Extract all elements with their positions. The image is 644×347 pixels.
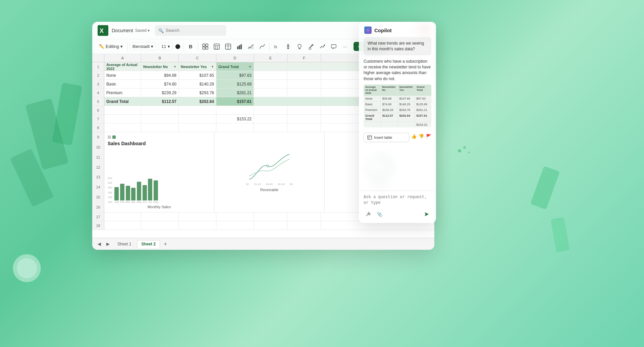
sheet-tab-2[interactable]: Sheet 2 [137, 240, 160, 248]
editing-mode-button[interactable]: ✏️ Editing ▾ [96, 43, 125, 50]
cell-c1[interactable]: Newsletter Yes ▼ [179, 62, 216, 71]
cell-c6[interactable] [179, 106, 216, 114]
font-color-picker[interactable] [175, 44, 180, 49]
cell-e7[interactable] [254, 115, 287, 123]
cell-b6[interactable] [141, 106, 179, 114]
cell-a6[interactable] [104, 106, 141, 114]
paint-button[interactable] [306, 42, 316, 52]
cell-e6[interactable] [254, 106, 287, 114]
cell-a18[interactable] [104, 221, 141, 230]
cell-c5[interactable]: $202.64 [179, 97, 216, 106]
cell-c7[interactable] [179, 115, 216, 123]
svg-rect-12 [203, 44, 205, 46]
svg-point-3 [13, 254, 41, 282]
table-icon-button[interactable] [212, 42, 222, 52]
ai-message-text: Customers who have a subscription or rec… [364, 59, 431, 82]
attachment-button[interactable]: 📎 [375, 210, 384, 219]
cell-f6[interactable] [287, 106, 321, 114]
cell-a2[interactable]: None [104, 71, 141, 79]
insert-table-button[interactable]: Insert table [364, 133, 409, 142]
cell-a5[interactable]: Grand Total [104, 97, 141, 106]
chevron-down-icon: ▾ [151, 44, 153, 49]
cell-c8[interactable] [179, 123, 216, 132]
cell-c4[interactable]: $293.78 [179, 89, 216, 97]
thumbs-down-button[interactable]: 👎 [419, 134, 424, 139]
cell-b1[interactable]: Newsletter No ▼ [141, 62, 179, 71]
font-selector[interactable]: Bierstadt ▾ [130, 43, 156, 50]
bold-button[interactable]: B [186, 42, 196, 52]
cell-a17[interactable] [104, 213, 141, 221]
cell-e3[interactable] [254, 80, 287, 88]
cell-b4[interactable]: $239.29 [141, 89, 179, 97]
fx-button[interactable]: fx [272, 42, 282, 52]
trend-button[interactable] [317, 42, 327, 52]
copilot-title: Copilot [374, 27, 392, 33]
cell-f1[interactable] [287, 62, 321, 71]
cell-f8[interactable] [287, 123, 321, 132]
cell-b3[interactable]: $74.60 [141, 80, 179, 88]
cell-d4[interactable]: $281.21 [216, 89, 254, 97]
sparkline-icon-button[interactable] [257, 42, 267, 52]
pivot-icon-button[interactable] [223, 42, 233, 52]
search-input[interactable] [155, 25, 226, 36]
cell-b2[interactable]: $94.68 [141, 71, 179, 79]
cell-a7[interactable] [104, 115, 141, 123]
bar [137, 182, 141, 200]
cell-e5[interactable] [254, 97, 287, 106]
cell-b8[interactable] [141, 123, 179, 132]
lightbulb-button[interactable] [294, 42, 305, 52]
grid-icon-button[interactable] [200, 42, 210, 52]
flag-button[interactable]: 🚩 [426, 134, 431, 139]
cell-d3[interactable]: $125.69 [216, 80, 254, 88]
add-sheet-button[interactable]: + [161, 240, 169, 248]
cell-e4[interactable] [254, 89, 287, 97]
ribbon-separator-2 [183, 43, 184, 51]
sheet-tab-1[interactable]: Sheet 1 [113, 240, 136, 248]
dropdown-arrow-icon: ▼ [249, 65, 252, 68]
sales-dashboard-title: Sales Dashboard [108, 141, 211, 146]
cell-a4[interactable]: Premium [104, 89, 141, 97]
accessibility-button[interactable] [283, 42, 293, 52]
send-button[interactable] [422, 210, 431, 219]
saved-badge[interactable]: Saved ▾ [135, 28, 150, 33]
cell-e8[interactable] [254, 123, 287, 132]
cell-f7[interactable] [287, 115, 321, 123]
cell-b7[interactable] [141, 115, 179, 123]
cell-d1[interactable]: Grand Total ▼ [216, 62, 254, 71]
cell-a1[interactable]: Average of Actual 2022 [104, 62, 141, 71]
cell-a3[interactable]: Basic [104, 80, 141, 88]
cell-a8[interactable] [104, 123, 141, 132]
cell-b5[interactable]: $112.57 [141, 97, 179, 106]
font-size-selector[interactable]: 11 ▾ [159, 43, 172, 50]
thumbs-up-button[interactable]: 👍 [411, 134, 417, 139]
sheet-nav-right-button[interactable]: ▶ [104, 240, 112, 248]
svg-rect-24 [239, 45, 240, 49]
col-header-a: A [104, 54, 141, 62]
copilot-input[interactable] [364, 194, 431, 206]
cell-d8[interactable] [216, 123, 254, 132]
comment-button[interactable] [329, 42, 339, 52]
bar-chart-icon-button[interactable] [234, 42, 245, 52]
cell-f3[interactable] [287, 80, 321, 88]
magic-wand-button[interactable] [364, 210, 372, 219]
cell-d6[interactable] [216, 106, 254, 114]
sheet-nav-left-button[interactable]: ◀ [96, 240, 103, 248]
cell-f4[interactable] [287, 89, 321, 97]
cell-f5[interactable] [287, 97, 321, 106]
more-ribbon-button[interactable]: ··· [340, 42, 350, 52]
area-chart-icon-button[interactable] [246, 42, 256, 52]
cell-c2[interactable]: $107.65 [179, 71, 216, 79]
cell-e1[interactable] [254, 62, 287, 71]
cell-f2[interactable] [287, 71, 321, 79]
copilot-messages: What new trends are we seeing in this mo… [359, 37, 436, 190]
cell-d5[interactable]: $157.61 [216, 97, 254, 106]
svg-rect-6 [551, 217, 570, 252]
search-wrapper: 🔍 [155, 25, 296, 36]
cell-c3[interactable]: $140.29 [179, 80, 216, 88]
cell-d7[interactable]: $153.22 [216, 115, 254, 123]
dropdown-arrow-icon: ▼ [173, 65, 176, 68]
svg-rect-23 [237, 46, 238, 49]
cell-e2[interactable] [254, 71, 287, 79]
svg-point-8 [463, 146, 466, 149]
cell-d2[interactable]: $97.63 [216, 71, 254, 79]
